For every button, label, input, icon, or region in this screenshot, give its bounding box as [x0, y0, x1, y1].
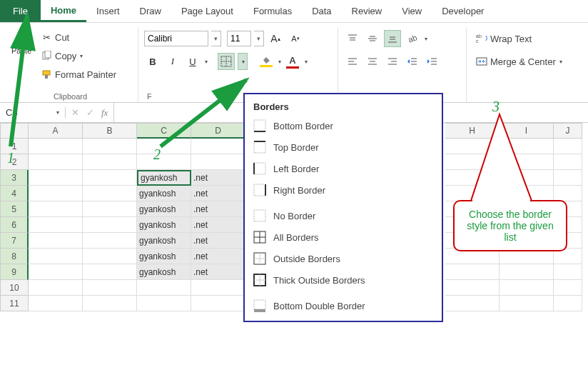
- select-all-corner[interactable]: [0, 123, 29, 139]
- cell[interactable]: gyankosh: [137, 264, 191, 280]
- cell[interactable]: [445, 186, 500, 201]
- row-header[interactable]: 7: [0, 233, 29, 249]
- menu-thick-outside-borders[interactable]: Thick Outside Borders: [246, 269, 440, 291]
- fx-icon[interactable]: fx: [101, 107, 108, 119]
- align-left-button[interactable]: [344, 53, 361, 70]
- cell[interactable]: [445, 280, 500, 296]
- cell[interactable]: [83, 296, 137, 311]
- align-top-button[interactable]: [344, 30, 361, 47]
- cell[interactable]: [554, 139, 582, 154]
- orientation-dropdown[interactable]: ▾: [425, 36, 427, 42]
- cell[interactable]: [83, 186, 137, 201]
- cell[interactable]: .net: [191, 186, 245, 201]
- cell[interactable]: [83, 201, 137, 217]
- format-painter-button[interactable]: Format Painter: [37, 66, 120, 83]
- row-header[interactable]: 10: [0, 280, 29, 296]
- cell[interactable]: .net: [191, 264, 245, 280]
- cell[interactable]: .net: [191, 249, 245, 264]
- cell[interactable]: gyankosh: [137, 186, 191, 201]
- merge-center-button[interactable]: Merge & Center ▾: [472, 53, 566, 70]
- enter-formula-icon[interactable]: ✓: [86, 107, 94, 118]
- menu-bottom-double-border[interactable]: Bottom Double Border: [246, 295, 440, 316]
- tab-file[interactable]: File: [0, 0, 41, 22]
- cell[interactable]: [83, 264, 137, 280]
- tab-home[interactable]: Home: [41, 1, 86, 22]
- cell[interactable]: [500, 280, 554, 296]
- cell[interactable]: [29, 233, 83, 249]
- col-header-j[interactable]: J: [554, 123, 582, 139]
- cell[interactable]: [500, 186, 554, 201]
- underline-dropdown[interactable]: ▾: [205, 59, 208, 65]
- tab-insert[interactable]: Insert: [86, 1, 130, 21]
- cancel-formula-icon[interactable]: ✕: [71, 107, 79, 118]
- cell[interactable]: [29, 186, 83, 201]
- col-header-a[interactable]: A: [29, 123, 83, 139]
- cell[interactable]: [83, 233, 137, 249]
- orientation-button[interactable]: ab: [404, 30, 421, 47]
- cell[interactable]: [29, 280, 83, 296]
- col-header-c[interactable]: C: [137, 123, 191, 139]
- col-header-i[interactable]: I: [500, 123, 554, 139]
- row-header[interactable]: 2: [0, 154, 29, 170]
- cell[interactable]: [137, 296, 191, 311]
- cell[interactable]: [83, 217, 137, 233]
- tab-page-layout[interactable]: Page Layout: [171, 1, 243, 21]
- cell[interactable]: [445, 296, 500, 311]
- cell[interactable]: [191, 154, 245, 170]
- cell[interactable]: [137, 280, 191, 296]
- col-header-h[interactable]: H: [445, 123, 500, 139]
- align-bottom-button[interactable]: [384, 30, 401, 47]
- cell[interactable]: .net: [191, 233, 245, 249]
- row-header[interactable]: 9: [0, 264, 29, 280]
- tab-view[interactable]: View: [392, 1, 432, 21]
- font-size-dropdown[interactable]: ▾: [254, 31, 264, 46]
- font-name-dropdown[interactable]: ▾: [211, 31, 221, 46]
- tab-draw[interactable]: Draw: [130, 1, 171, 21]
- cell[interactable]: [554, 280, 582, 296]
- borders-button[interactable]: [218, 53, 235, 70]
- cell[interactable]: [554, 186, 582, 201]
- cell[interactable]: [500, 154, 554, 170]
- cell[interactable]: [83, 170, 137, 186]
- cell[interactable]: [191, 280, 245, 296]
- menu-outside-borders[interactable]: Outside Borders: [246, 248, 440, 269]
- menu-no-border[interactable]: No Border: [246, 205, 440, 226]
- cell[interactable]: .net: [191, 170, 245, 186]
- cell[interactable]: [554, 264, 582, 280]
- name-box[interactable]: C3 ▾: [0, 107, 66, 118]
- col-header-b[interactable]: B: [83, 123, 137, 139]
- decrease-font-button[interactable]: A▾: [287, 30, 304, 47]
- cell[interactable]: [29, 296, 83, 311]
- wrap-text-button[interactable]: abc Wrap Text: [472, 30, 535, 47]
- cell[interactable]: [445, 154, 500, 170]
- cell[interactable]: [500, 139, 554, 154]
- cell[interactable]: [445, 264, 500, 280]
- tab-developer[interactable]: Developer: [432, 1, 494, 21]
- font-name-input[interactable]: [144, 31, 208, 46]
- row-header[interactable]: 8: [0, 249, 29, 264]
- font-size-input[interactable]: [227, 31, 251, 46]
- font-color-dropdown[interactable]: ▾: [305, 59, 308, 65]
- paste-button[interactable]: Paste: [9, 27, 34, 61]
- cell[interactable]: [191, 139, 245, 154]
- col-header-d[interactable]: D: [191, 123, 245, 139]
- menu-right-border[interactable]: Right Border: [246, 179, 440, 201]
- font-color-button[interactable]: A: [284, 53, 301, 70]
- row-header[interactable]: 4: [0, 186, 29, 201]
- cell[interactable]: [29, 154, 83, 170]
- cell[interactable]: gyankosh: [137, 217, 191, 233]
- align-center-button[interactable]: [364, 53, 381, 70]
- bold-button[interactable]: B: [144, 53, 161, 70]
- cut-button[interactable]: ✂ Cut: [37, 29, 120, 46]
- cell[interactable]: gyankosh: [137, 170, 191, 186]
- cell[interactable]: [137, 139, 191, 154]
- cell[interactable]: [445, 139, 500, 154]
- increase-indent-button[interactable]: [424, 53, 441, 70]
- cell[interactable]: [83, 154, 137, 170]
- cell[interactable]: [29, 264, 83, 280]
- fill-color-dropdown[interactable]: ▾: [278, 59, 281, 65]
- fill-color-button[interactable]: [258, 53, 275, 70]
- row-header[interactable]: 5: [0, 201, 29, 217]
- cell[interactable]: [500, 296, 554, 311]
- cell[interactable]: [500, 170, 554, 186]
